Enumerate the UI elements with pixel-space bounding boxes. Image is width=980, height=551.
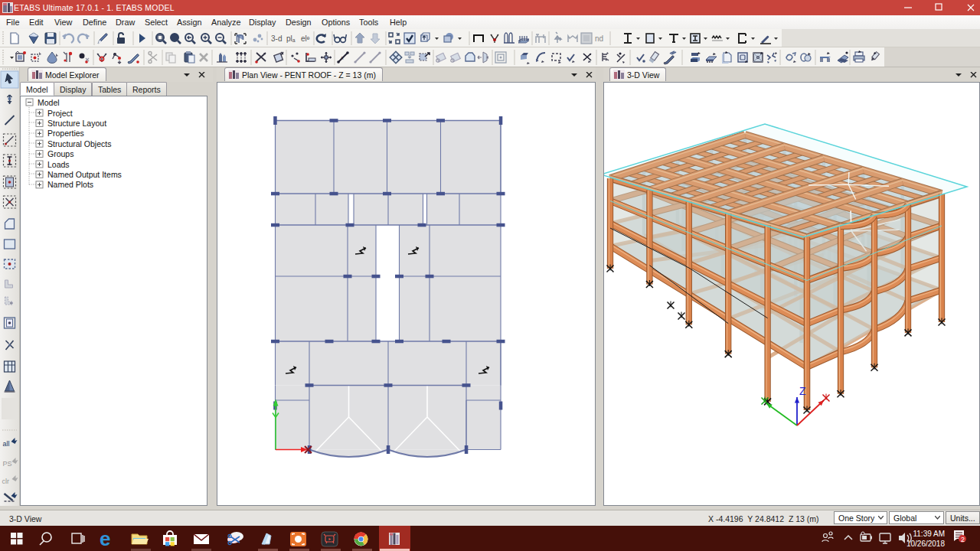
svg-text:Named Plots: Named Plots	[47, 180, 93, 189]
svg-text:Loads: Loads	[47, 160, 70, 169]
svg-text:e: e	[100, 527, 110, 550]
svg-text:2: 2	[961, 536, 965, 543]
svg-text:plₐ: plₐ	[286, 34, 296, 43]
svg-text:Properties: Properties	[47, 129, 84, 138]
svg-text:clr: clr	[2, 478, 10, 485]
svg-text:nd: nd	[595, 34, 603, 43]
svg-text:Z: Z	[799, 385, 806, 397]
svg-text:all: all	[3, 440, 10, 448]
svg-text:Structural Objects: Structural Objects	[47, 139, 111, 148]
svg-text:Named Output Items: Named Output Items	[47, 170, 122, 179]
svg-text:Groups: Groups	[47, 149, 74, 158]
svg-text:Structure Layout: Structure Layout	[47, 119, 106, 128]
svg-text:elᵉ: elᵉ	[301, 34, 310, 43]
svg-text:PS: PS	[3, 460, 12, 468]
svg-text:Model: Model	[38, 98, 60, 107]
svg-text:Project: Project	[47, 109, 73, 118]
svg-text:3-d: 3-d	[271, 34, 282, 43]
